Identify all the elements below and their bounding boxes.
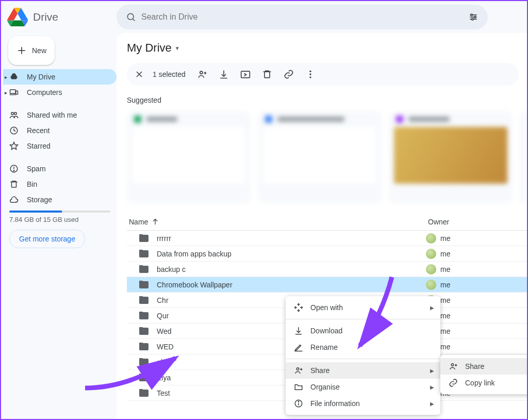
sidebar-item-spam[interactable]: Spam <box>3 161 117 176</box>
file-name: Data from apps backup <box>157 250 232 258</box>
chevron-right-icon: ▶ <box>430 401 434 407</box>
owner-label: me <box>440 281 450 289</box>
download-button[interactable] <box>213 64 234 85</box>
svg-rect-20 <box>12 182 16 188</box>
svg-point-0 <box>127 13 134 20</box>
person-add-icon <box>294 366 303 375</box>
svg-rect-28 <box>265 72 270 78</box>
svg-line-1 <box>133 19 135 21</box>
ctx-label: File information <box>310 399 360 408</box>
file-name: Qur <box>157 312 169 320</box>
svg-point-5 <box>471 14 472 15</box>
open-with-icon <box>294 303 303 312</box>
download-icon <box>294 326 303 335</box>
star-icon <box>9 141 19 151</box>
row-name: Data from apps backup <box>127 250 426 258</box>
link-button[interactable] <box>278 64 299 85</box>
row-name: backup c <box>127 265 426 273</box>
svg-point-13 <box>11 112 14 115</box>
owner-label: me <box>440 327 450 335</box>
folder-icon <box>139 235 148 242</box>
file-name: backup c <box>157 265 186 273</box>
owner-label: me <box>440 234 450 243</box>
trash-icon <box>262 69 272 79</box>
suggested-card[interactable] <box>389 111 513 203</box>
caret-icon: ▸ <box>5 74 7 80</box>
breadcrumb-label: My Drive <box>127 41 172 55</box>
ctx-share[interactable]: Share ▶ <box>286 362 440 379</box>
search-input[interactable] <box>141 12 463 22</box>
breadcrumb[interactable]: My Drive ▼ <box>127 40 527 56</box>
suggested-card[interactable] <box>127 111 251 203</box>
owner-label: me <box>440 250 450 258</box>
clear-selection-button[interactable] <box>129 64 150 85</box>
svg-point-41 <box>451 364 454 366</box>
file-name: WED <box>157 343 174 351</box>
shared-icon <box>9 110 19 120</box>
folder-icon <box>139 328 148 335</box>
table-row[interactable]: Chromebook Wallpaperme <box>127 277 527 293</box>
ctx-label: Download <box>310 327 342 335</box>
move-button[interactable] <box>235 64 256 85</box>
table-head: Name Owner <box>127 214 527 231</box>
sidebar-item-label: My Drive <box>27 73 55 81</box>
share-button[interactable] <box>192 64 212 85</box>
svg-point-35 <box>296 368 299 370</box>
ctx-sub-copy-link[interactable]: Copy link <box>440 375 527 391</box>
folder-icon <box>139 281 148 288</box>
sidebar-item-starred[interactable]: Starred <box>3 138 117 154</box>
chevron-right-icon: ▶ <box>430 305 434 311</box>
sidebar-item-label: Spam <box>27 165 46 173</box>
avatar <box>426 233 436 244</box>
get-storage-button[interactable]: Get more storage <box>9 230 85 248</box>
ctx-file-info[interactable]: File information ▶ <box>286 395 440 412</box>
annotation-arrow <box>82 352 186 393</box>
delete-button[interactable] <box>257 64 277 85</box>
row-owner: me <box>426 249 508 259</box>
sidebar-item-computers[interactable]: ▸ Computers <box>3 85 117 100</box>
action-bar: 1 selected <box>127 63 519 86</box>
table-row[interactable]: backup cme <box>127 262 527 277</box>
filters-button[interactable] <box>463 7 484 27</box>
table-row[interactable]: Data from apps backupme <box>127 246 527 262</box>
selection-count: 1 selected <box>151 70 191 78</box>
sidebar-item-bin[interactable]: Bin <box>3 176 117 192</box>
suggested-row <box>127 111 527 203</box>
avatar <box>426 264 436 274</box>
sidebar-item-label: Recent <box>27 126 50 135</box>
suggested-card[interactable] <box>258 111 382 203</box>
table-row[interactable]: rrrrrrme <box>127 231 527 246</box>
ctx-label: Rename <box>310 343 338 351</box>
storage-bar <box>9 211 110 213</box>
sidebar-item-shared[interactable]: Shared with me <box>3 107 117 123</box>
close-icon <box>134 69 144 79</box>
more-button[interactable] <box>300 64 321 85</box>
storage-text: 7.84 GB of 15 GB used <box>9 216 110 223</box>
sidebar-item-recent[interactable]: Recent <box>3 123 117 138</box>
drive-logo[interactable]: Drive <box>1 7 117 27</box>
nav-list: ▸ My Drive ▸ Computers Shared with me Re… <box>3 69 117 207</box>
col-owner-head[interactable]: Owner <box>428 218 510 226</box>
sidebar-item-storage[interactable]: Storage <box>3 192 117 207</box>
search-button[interactable] <box>121 7 141 27</box>
sidebar-item-label: Bin <box>27 180 37 188</box>
col-name-head[interactable]: Name <box>129 218 428 226</box>
sidebar-item-my-drive[interactable]: ▸ My Drive <box>3 69 117 85</box>
new-button[interactable]: New <box>8 36 55 65</box>
row-name: rrrrrr <box>127 234 426 243</box>
ctx-sub-share[interactable]: Share <box>440 358 527 375</box>
drive-small-icon <box>9 72 19 82</box>
folder-icon <box>139 312 148 319</box>
ctx-organise[interactable]: Organise ▶ <box>286 379 440 395</box>
suggested-card[interactable] <box>520 111 527 203</box>
context-submenu-share: Share Copy link <box>440 355 527 394</box>
trash-icon <box>9 180 19 189</box>
ctx-label: Share <box>465 362 484 370</box>
svg-point-7 <box>472 19 473 20</box>
link-icon <box>449 378 458 387</box>
row-owner: me <box>426 280 508 290</box>
clock-icon <box>9 126 19 135</box>
plus-icon <box>16 45 27 56</box>
svg-rect-12 <box>16 91 18 94</box>
row-owner: me <box>426 233 508 244</box>
